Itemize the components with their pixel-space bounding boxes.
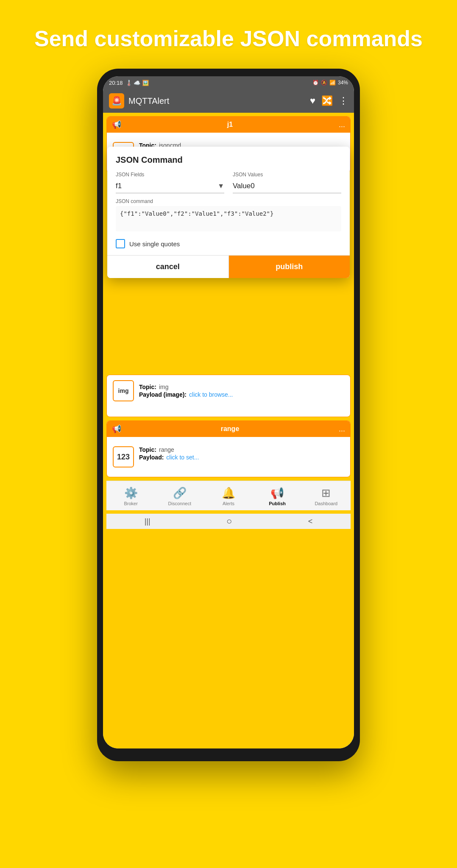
wifi-icon: 📶 bbox=[329, 80, 336, 86]
dialog-buttons: cancel publish bbox=[107, 255, 350, 278]
range-payload-link[interactable]: click to set... bbox=[166, 454, 199, 461]
app-icon: 🚨 bbox=[109, 93, 124, 108]
range-topic-label: Topic: bbox=[139, 446, 156, 453]
phone-shell: 20:18 🌡️ ☁️ 🖼️ ⏰ 🔕 📶 34% 🚨 MQTTAlert ♥ 🔀… bbox=[97, 69, 360, 761]
broker-label: Broker bbox=[124, 501, 137, 506]
app-bar-title: MQTTAlert bbox=[128, 96, 169, 106]
img-topic-row: Topic: img bbox=[139, 384, 233, 390]
json-command-box: {"f1":"Value0","f2":"Value1","f3":"Value… bbox=[116, 206, 341, 231]
img-icon: img bbox=[113, 380, 134, 401]
img-card-info: Topic: img Payload (image): click to bro… bbox=[139, 384, 233, 398]
nav-alerts[interactable]: 🔔 Alerts bbox=[216, 487, 241, 506]
favorite-icon[interactable]: ♥ bbox=[310, 95, 315, 106]
battery-icon: 34% bbox=[338, 80, 348, 86]
img-topic-label: Topic: bbox=[139, 384, 156, 390]
app-bar-left: 🚨 MQTTAlert bbox=[109, 93, 169, 108]
range-topic-value: range bbox=[159, 446, 174, 453]
main-content: 📢 j1 ... {...} Topic: jsoncmd bbox=[103, 113, 354, 748]
json-command-dialog: JSON Command JSON Fields f1 ▼ JSO bbox=[107, 147, 350, 278]
dashboard-icon: ⊞ bbox=[321, 487, 331, 500]
img-payload-label: Payload (image): bbox=[139, 391, 187, 398]
json-fields-col: JSON Fields f1 ▼ bbox=[116, 172, 224, 193]
card-range-body: 123 Topic: range Payload: click to set..… bbox=[107, 437, 350, 477]
nav-disconnect[interactable]: 🔗 Disconnect bbox=[167, 487, 192, 506]
range-icon: 123 bbox=[113, 446, 134, 467]
range-card-info: Topic: range Payload: click to set... bbox=[139, 446, 199, 461]
dialog-fields-row: JSON Fields f1 ▼ JSON Values bbox=[116, 172, 341, 193]
back-button[interactable]: < bbox=[308, 517, 313, 526]
dropdown-arrow-icon: ▼ bbox=[217, 182, 224, 190]
range-topic-row: Topic: range bbox=[139, 446, 199, 453]
home-button[interactable]: ○ bbox=[226, 516, 232, 527]
publish-nav-icon: 📢 bbox=[270, 487, 284, 500]
json-command-label: JSON command bbox=[116, 198, 341, 204]
connections-icon[interactable]: 🔀 bbox=[321, 95, 333, 106]
status-bar-left: 20:18 🌡️ ☁️ 🖼️ bbox=[109, 80, 149, 86]
broker-icon: ⚙️ bbox=[124, 487, 138, 500]
publish-button[interactable]: publish bbox=[229, 255, 350, 278]
dialog-title: JSON Command bbox=[116, 155, 341, 165]
json-values-col: JSON Values bbox=[233, 172, 341, 193]
alerts-label: Alerts bbox=[223, 501, 234, 506]
img-topic-value: img bbox=[159, 384, 169, 390]
status-icons: 🌡️ ☁️ 🖼️ bbox=[125, 80, 149, 86]
publish-nav-label: Publish bbox=[269, 501, 286, 506]
dashboard-label: Dashboard bbox=[315, 501, 337, 506]
status-bar-right: ⏰ 🔕 📶 34% bbox=[312, 80, 348, 86]
img-card-row: img Topic: img Payload (image): click to… bbox=[113, 380, 344, 401]
disconnect-icon: 🔗 bbox=[173, 487, 187, 500]
card-j1-dots[interactable]: ... bbox=[339, 120, 345, 129]
disconnect-label: Disconnect bbox=[168, 501, 191, 506]
nav-dashboard[interactable]: ⊞ Dashboard bbox=[313, 487, 339, 506]
card-range-title: range bbox=[121, 425, 339, 433]
card-j1-header: 📢 j1 ... bbox=[107, 117, 350, 133]
bottom-nav: ⚙️ Broker 🔗 Disconnect 🔔 Alerts 📢 Publis… bbox=[106, 481, 351, 510]
img-payload-row: Payload (image): click to browse... bbox=[139, 391, 233, 398]
card-img: img Topic: img Payload (image): click to… bbox=[106, 375, 351, 417]
alerts-icon: 🔔 bbox=[222, 487, 235, 500]
card-range: 📢 range ... 123 Topic: range bbox=[106, 420, 351, 477]
card-range-row: 123 Topic: range Payload: click to set..… bbox=[113, 443, 344, 471]
json-values-label: JSON Values bbox=[233, 172, 341, 178]
card-range-header: 📢 range ... bbox=[107, 421, 350, 437]
recents-button[interactable]: ||| bbox=[145, 517, 150, 526]
dialog-overlay: JSON Command JSON Fields f1 ▼ JSO bbox=[103, 147, 354, 278]
json-fields-value: f1 bbox=[116, 182, 217, 190]
app-bar: 🚨 MQTTAlert ♥ 🔀 ⋮ bbox=[103, 89, 354, 113]
single-quotes-row: Use single quotes bbox=[116, 239, 341, 248]
cancel-button[interactable]: cancel bbox=[107, 255, 229, 278]
img-payload-link[interactable]: click to browse... bbox=[189, 391, 233, 398]
status-time: 20:18 bbox=[109, 80, 123, 86]
speaker-icon: 📢 bbox=[112, 120, 121, 129]
app-bar-right: ♥ 🔀 ⋮ bbox=[310, 95, 348, 106]
alarm-icon: ⏰ bbox=[312, 80, 319, 86]
nav-publish[interactable]: 📢 Publish bbox=[265, 487, 290, 506]
status-bar: 20:18 🌡️ ☁️ 🖼️ ⏰ 🔕 📶 34% bbox=[103, 76, 354, 89]
range-speaker-icon: 📢 bbox=[112, 424, 121, 434]
json-fields-select[interactable]: f1 ▼ bbox=[116, 179, 224, 193]
android-nav: ||| ○ < bbox=[106, 514, 351, 529]
single-quotes-checkbox[interactable] bbox=[116, 239, 125, 248]
card-j1-title: j1 bbox=[121, 121, 339, 128]
phone-screen: 20:18 🌡️ ☁️ 🖼️ ⏰ 🔕 📶 34% 🚨 MQTTAlert ♥ 🔀… bbox=[103, 76, 354, 748]
json-values-input[interactable] bbox=[233, 179, 341, 193]
json-fields-label: JSON Fields bbox=[116, 172, 224, 178]
range-payload-row: Payload: click to set... bbox=[139, 454, 199, 461]
single-quotes-label: Use single quotes bbox=[129, 240, 180, 248]
nav-broker[interactable]: ⚙️ Broker bbox=[118, 487, 144, 506]
page-title: Send customizable JSON commands bbox=[0, 25, 457, 52]
menu-icon[interactable]: ⋮ bbox=[339, 95, 348, 106]
card-range-dots[interactable]: ... bbox=[339, 425, 345, 434]
mute-icon: 🔕 bbox=[321, 80, 327, 86]
range-payload-label: Payload: bbox=[139, 454, 164, 461]
